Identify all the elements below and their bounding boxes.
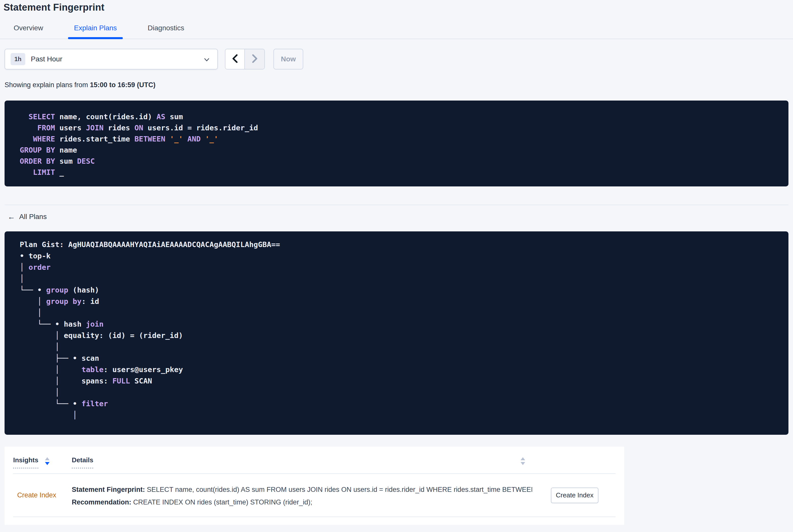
chevron-down-icon <box>203 56 210 64</box>
time-step-group <box>225 49 265 70</box>
insights-card: Insights Details Create Index Statement … <box>4 446 624 525</box>
chevron-left-icon <box>231 54 239 65</box>
action-cell: Create Index <box>532 488 616 503</box>
time-range-label: Past Hour <box>31 55 62 63</box>
all-plans-link[interactable]: ← All Plans <box>7 213 47 221</box>
plan-gist-value: Plan Gist: AgHUAQIABQAAAAHYAQIAiAEAAAADC… <box>20 239 781 250</box>
sort-icon <box>45 457 50 465</box>
tab-explain-plans[interactable]: Explain Plans <box>68 24 123 39</box>
summary-range: 15:00 to 16:59 (UTC) <box>90 81 156 89</box>
sort-icon <box>521 457 525 465</box>
tab-overview[interactable]: Overview <box>7 24 49 39</box>
insights-table-header: Insights Details <box>13 446 616 474</box>
fingerprint-line: Statement Fingerprint: SELECT name, coun… <box>72 483 532 496</box>
details-header-label: Details <box>72 456 93 469</box>
chevron-right-icon <box>250 54 259 65</box>
column-header-insights[interactable]: Insights <box>13 456 72 469</box>
time-range-badge: 1h <box>11 53 25 65</box>
recommendation-line: Recommendation: CREATE INDEX ON rides (s… <box>72 496 532 509</box>
all-plans-label: All Plans <box>19 213 47 221</box>
previous-time-button[interactable] <box>225 49 245 69</box>
summary-prefix: Showing explain plans from <box>4 81 90 89</box>
next-time-button[interactable] <box>245 49 264 69</box>
column-header-details[interactable]: Details <box>72 456 532 469</box>
sql-fingerprint-box: SELECT name, count(rides.id) AS sum FROM… <box>4 100 789 186</box>
tab-diagnostics[interactable]: Diagnostics <box>141 24 190 39</box>
insight-details: Statement Fingerprint: SELECT name, coun… <box>72 482 532 509</box>
plan-tree: • top-k│ order│└── • group (hash) │ grou… <box>20 250 781 421</box>
create-index-link[interactable]: Create Index <box>13 491 72 499</box>
time-range-summary: Showing explain plans from 15:00 to 16:5… <box>4 81 793 89</box>
time-picker-row: 1h Past Hour Now <box>4 49 793 70</box>
section-divider <box>4 205 789 205</box>
page-title: Statement Fingerprint <box>3 2 793 13</box>
insights-header-label: Insights <box>13 456 38 469</box>
tab-bar: Overview Explain Plans Diagnostics <box>0 24 793 39</box>
plan-gist-box: Plan Gist: AgHUAQIABQAAAAHYAQIAiAEAAAADC… <box>4 231 789 435</box>
table-row: Create Index Statement Fingerprint: SELE… <box>13 474 616 517</box>
now-button[interactable]: Now <box>273 49 303 70</box>
time-range-select[interactable]: 1h Past Hour <box>4 49 218 70</box>
create-index-button[interactable]: Create Index <box>551 488 599 503</box>
arrow-left-icon: ← <box>7 213 15 221</box>
